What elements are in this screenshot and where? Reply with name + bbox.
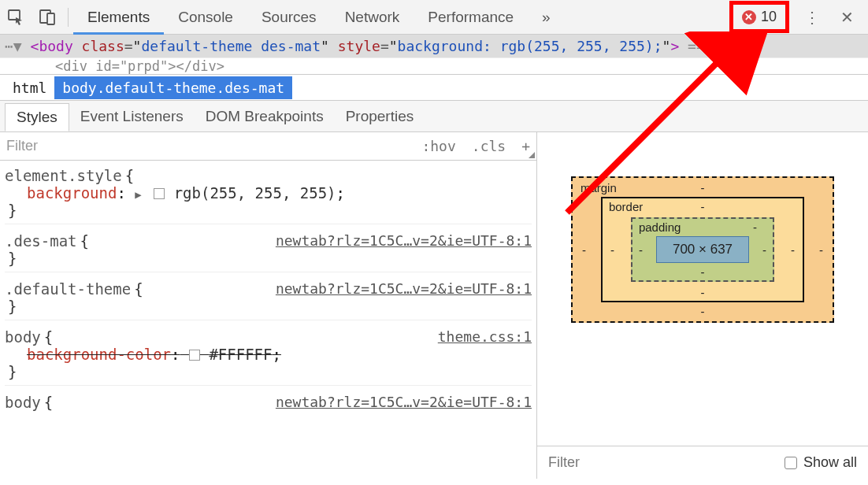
styles-body: element.style { background: ▶ rgb(255, 2… — [0, 161, 536, 479]
styles-subtabs: Styles Event Listeners DOM Breakpoints P… — [0, 101, 868, 132]
computed-sidebar: margin - - - - border - - - - padding - … — [537, 132, 868, 479]
cls-toggle[interactable]: .cls — [472, 138, 506, 154]
tag-open: < — [31, 38, 39, 54]
selector: body — [5, 328, 41, 346]
hov-toggle[interactable]: :hov — [421, 138, 455, 154]
styles-pane: Filter :hov .cls + element.style { backg… — [0, 132, 537, 479]
tab-overflow[interactable]: » — [528, 0, 565, 35]
border-label: border — [609, 200, 643, 213]
brace-close: } — [8, 250, 17, 267]
margin-left-val: - — [582, 243, 586, 257]
equals: = — [380, 38, 389, 54]
attr-style: style — [338, 38, 380, 54]
box-margin[interactable]: margin - - - - border - - - - padding - … — [571, 176, 834, 323]
styles-toolbar: Filter :hov .cls + — [0, 132, 536, 161]
rule-default-theme[interactable]: .default-theme { newtab?rlz=1C5C…v=2&ie=… — [5, 280, 532, 320]
border-left-val: - — [610, 243, 614, 257]
disclosure-triangle-icon[interactable]: ▶ — [135, 188, 141, 201]
dom-tail: == — [679, 38, 705, 54]
dom-tree[interactable]: ⋯▼ <body class="default-theme des-mat" s… — [0, 35, 868, 74]
box-model[interactable]: margin - - - - border - - - - padding - … — [537, 132, 868, 446]
declaration-overridden[interactable]: background-color: #FFFFFF; — [5, 346, 532, 363]
box-padding[interactable]: padding - - - - 700 × 637 — [631, 217, 774, 282]
source-link[interactable]: theme.css:1 — [438, 328, 532, 346]
computed-filter-input[interactable]: Filter — [548, 454, 580, 471]
checkbox-icon[interactable] — [785, 457, 797, 469]
tab-performance[interactable]: Performance — [414, 0, 528, 35]
box-border[interactable]: border - - - - padding - - - - 700 × 637 — [601, 197, 804, 302]
error-icon: ✕ — [742, 10, 756, 24]
computed-footer: Filter Show all — [537, 446, 868, 479]
annotation-rect — [729, 1, 789, 33]
source-link[interactable]: newtab?rlz=1C5C…v=2&ie=UTF-8:1 — [276, 394, 532, 411]
source-link[interactable]: newtab?rlz=1C5C…v=2&ie=UTF-8:1 — [276, 232, 532, 250]
brace-open: { — [44, 394, 53, 411]
show-all-toggle[interactable]: Show all — [785, 454, 857, 471]
brace-open: { — [125, 167, 134, 184]
brace-close: } — [8, 298, 17, 315]
subtab-properties[interactable]: Properties — [335, 103, 425, 130]
brace-close: } — [8, 363, 17, 380]
style-value: background: rgb(255, 255, 255); — [398, 38, 662, 54]
margin-label: margin — [581, 181, 617, 194]
dom-node-child[interactable]: <div id="prpd"></div> — [0, 58, 868, 74]
brace-open: { — [44, 328, 53, 346]
equals: = — [124, 38, 133, 54]
selector: .des-mat — [5, 232, 77, 250]
rule-element-style[interactable]: element.style { background: ▶ rgb(255, 2… — [5, 167, 532, 224]
selector: element.style — [5, 167, 122, 184]
attr-class: class — [82, 38, 124, 54]
source-link[interactable]: newtab?rlz=1C5C…v=2&ie=UTF-8:1 — [276, 280, 532, 298]
dom-node-body[interactable]: ⋯▼ <body class="default-theme des-mat" s… — [0, 35, 868, 58]
selector: .default-theme — [5, 280, 131, 298]
error-count: 10 — [761, 9, 777, 25]
resize-corner-icon — [529, 152, 535, 158]
breadcrumb: html body.default-theme.des-mat — [0, 74, 868, 101]
subtab-event-listeners[interactable]: Event Listeners — [69, 103, 195, 130]
padding-bottom-val: - — [700, 265, 704, 279]
margin-right-val: - — [819, 243, 823, 257]
settings-kebab-icon[interactable]: ⋮ — [793, 8, 831, 27]
rule-body-theme[interactable]: body { theme.css:1 background-color: #FF… — [5, 328, 532, 386]
device-toggle-icon[interactable] — [32, 0, 63, 35]
padding-top-val: - — [753, 220, 757, 234]
rule-body-newtab[interactable]: body { newtab?rlz=1C5C…v=2&ie=UTF-8:1 — [5, 394, 532, 416]
styles-filter-input[interactable]: Filter — [6, 138, 406, 154]
declaration[interactable]: background: ▶ rgb(255, 255, 255); — [5, 184, 532, 202]
tab-console[interactable]: Console — [164, 0, 247, 35]
toolbar-divider — [788, 8, 788, 27]
brace-close: } — [8, 202, 17, 219]
selector: body — [5, 394, 41, 411]
color-swatch-icon[interactable] — [189, 350, 200, 361]
colon: : — [171, 346, 180, 363]
padding-right-val: - — [762, 243, 766, 257]
error-count-badge[interactable]: ✕ 10 — [736, 7, 783, 27]
brace-open: { — [80, 232, 89, 250]
inspect-icon[interactable] — [0, 0, 32, 35]
margin-bottom-val: - — [700, 305, 704, 318]
css-prop: background — [27, 184, 117, 202]
show-all-label: Show all — [803, 454, 857, 471]
tab-network[interactable]: Network — [331, 0, 414, 35]
semicolon: ; — [336, 184, 345, 202]
svg-rect-2 — [47, 13, 54, 24]
subtab-dom-breakpoints[interactable]: DOM Breakpoints — [195, 103, 335, 130]
colon: : — [117, 184, 125, 202]
color-swatch-icon[interactable] — [154, 188, 165, 199]
svg-rect-0 — [9, 10, 20, 20]
border-bottom-val: - — [700, 286, 704, 299]
tab-elements[interactable]: Elements — [73, 0, 164, 35]
tag-body: body — [39, 38, 72, 54]
subtab-styles[interactable]: Styles — [5, 103, 69, 131]
css-val: rgb(255, 255, 255) — [174, 184, 336, 202]
tab-sources[interactable]: Sources — [247, 0, 331, 35]
rule-des-mat[interactable]: .des-mat { newtab?rlz=1C5C…v=2&ie=UTF-8:… — [5, 232, 532, 272]
main-area: Filter :hov .cls + element.style { backg… — [0, 132, 868, 479]
css-prop: background-color — [27, 346, 171, 363]
semicolon: ; — [272, 346, 280, 363]
close-icon[interactable]: ✕ — [831, 8, 863, 27]
box-content[interactable]: 700 × 637 — [656, 236, 749, 263]
crumb-html[interactable]: html — [5, 76, 54, 99]
crumb-body[interactable]: body.default-theme.des-mat — [54, 76, 292, 99]
toolbar-divider — [68, 8, 69, 27]
